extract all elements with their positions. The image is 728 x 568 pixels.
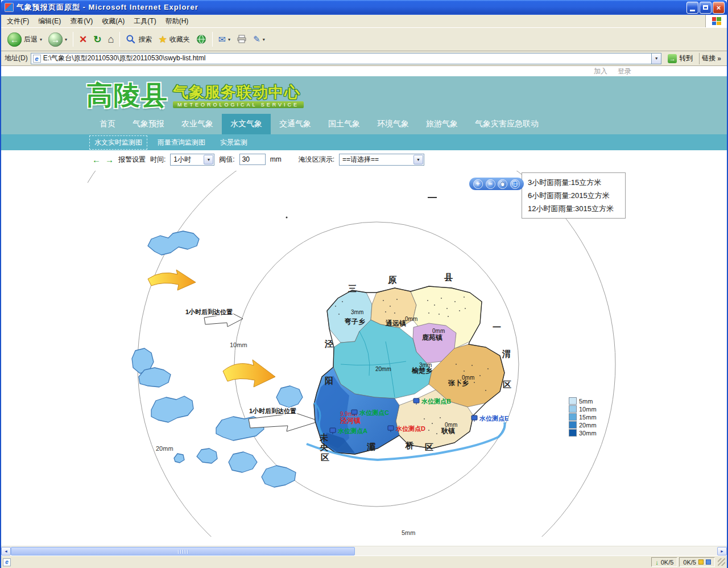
- mail-icon: ✉: [218, 34, 226, 45]
- geo-san: 三: [348, 283, 357, 293]
- legend-swatch-20mm: [569, 421, 577, 429]
- go-button[interactable]: → 转到: [664, 52, 696, 64]
- refresh-button[interactable]: ↻: [90, 32, 104, 47]
- ring-label-10mm: 10mm: [230, 341, 247, 348]
- label-gengzhen: 耿镇: [441, 427, 455, 435]
- close-button[interactable]: ×: [713, 2, 725, 14]
- nav-item-home[interactable]: 首页: [91, 114, 124, 134]
- nav-item-emergency[interactable]: 气象灾害应急联动: [466, 114, 547, 134]
- alarm-controls: ← → 报警设置 时间: 1小时 ▼ 阀值: mm 淹没区演示: ==请选择==…: [1, 150, 727, 168]
- account-strip: 加入 登录: [1, 66, 727, 76]
- stop-button[interactable]: ✕: [76, 32, 90, 47]
- back-button[interactable]: ← 后退 ▾: [5, 31, 45, 48]
- go-arrow-icon: →: [668, 54, 677, 63]
- search-icon: [126, 34, 136, 44]
- nav-item-environment[interactable]: 环境气象: [369, 114, 417, 134]
- menu-item-tools[interactable]: 工具(T): [129, 15, 160, 28]
- horizontal-scrollbar[interactable]: ◄ ►: [1, 546, 727, 555]
- maximize-button[interactable]: [700, 2, 712, 14]
- pan-hand-icon: [499, 181, 506, 187]
- edit-button[interactable]: ✎ ▾: [250, 32, 268, 46]
- legend-label-5mm: 5mm: [579, 398, 593, 405]
- rainfall-3h: 3小时面雨量:15立方米: [528, 176, 619, 189]
- rain-zhangbu: 0mm: [462, 374, 474, 381]
- forward-button[interactable]: → ▾: [46, 31, 70, 48]
- zoom-out-button[interactable]: −: [486, 179, 495, 189]
- back-label: 后退: [24, 35, 38, 44]
- history-button[interactable]: [193, 32, 209, 46]
- geo-ba: 灞: [366, 442, 375, 451]
- logo-county-text: 高陵县: [86, 82, 168, 108]
- menu-item-edit[interactable]: 编辑(E): [34, 15, 65, 28]
- nav-item-land[interactable]: 国土气象: [320, 114, 369, 134]
- subnav-item-realtime[interactable]: 水文实时监测图: [89, 135, 147, 150]
- logo-subtitle-text: METEOROLOGICAL SERVICE: [173, 101, 304, 108]
- geo-qiao: 桥: [405, 441, 414, 450]
- next-arrow-button[interactable]: →: [105, 155, 114, 164]
- search-button[interactable]: 搜索: [123, 32, 155, 46]
- subnav-item-livescene[interactable]: 实景监测: [216, 136, 252, 149]
- status-yellow-icon: [698, 559, 704, 565]
- geo-wei-river: 渭: [502, 349, 511, 359]
- threshold-input[interactable]: [239, 154, 266, 165]
- download-panel-2: 0K/5: [679, 557, 715, 567]
- login-link[interactable]: 登录: [618, 67, 631, 76]
- subnav-item-rainquery[interactable]: 雨量查询监测图: [153, 136, 210, 149]
- menu-item-file[interactable]: 文件(F): [2, 15, 34, 28]
- geo-wei2: 未: [319, 433, 329, 442]
- rainfall-legend: 5mm 10mm 15mm 20mm 30mm: [569, 397, 597, 437]
- links-label: 链接: [702, 53, 715, 63]
- nav-item-forecast[interactable]: 气象预报: [124, 114, 173, 134]
- legend-label-15mm: 15mm: [579, 414, 597, 421]
- scrollbar-thumb[interactable]: [11, 547, 355, 555]
- forward-caret-icon: ▾: [65, 37, 67, 42]
- resize-grip[interactable]: [718, 558, 725, 566]
- station-c-label: 水位测点C: [359, 409, 389, 416]
- time-select[interactable]: 1小时 ▼: [170, 154, 214, 166]
- prev-arrow-button[interactable]: ←: [92, 155, 101, 164]
- address-dropdown-button[interactable]: ▼: [651, 53, 661, 64]
- station-e[interactable]: 水位测点E: [471, 415, 508, 422]
- nav-item-agriculture[interactable]: 农业气象: [173, 114, 222, 134]
- threshold-label: 阀值:: [219, 155, 234, 164]
- full-extent-button[interactable]: [510, 179, 520, 189]
- print-button[interactable]: [234, 33, 250, 46]
- minimize-button[interactable]: [686, 2, 698, 14]
- map-tools-bar: + −: [469, 178, 524, 190]
- mail-button[interactable]: ✉ ▾: [216, 32, 233, 47]
- status-blue-icon: [706, 559, 711, 565]
- legend-swatch-15mm: [569, 413, 577, 421]
- home-button[interactable]: ⌂: [105, 32, 117, 47]
- search-label: 搜索: [138, 35, 152, 44]
- toolbar-separator: [212, 32, 213, 47]
- scroll-left-button[interactable]: ◄: [1, 547, 11, 555]
- legend-row: 30mm: [569, 429, 597, 437]
- geo-dash: 一: [493, 322, 501, 332]
- pan-button[interactable]: [498, 179, 507, 189]
- favorites-button[interactable]: ★ 收藏夹: [155, 32, 192, 47]
- windows-flag-icon: [712, 17, 721, 25]
- geo-yang: 阳: [325, 376, 333, 385]
- geo-jing: 泾: [324, 339, 333, 348]
- window-icon[interactable]: [5, 3, 14, 12]
- nav-item-hydrology[interactable]: 水文气象: [222, 114, 271, 134]
- site-masthead: 高陵县 气象服务联动中心 METEOROLOGICAL SERVICE: [1, 76, 727, 114]
- join-link[interactable]: 加入: [594, 67, 607, 76]
- links-chevron-icon: »: [717, 55, 721, 63]
- nav-item-tourism[interactable]: 旅游气象: [417, 114, 466, 134]
- download-1-value: 0K/5: [661, 559, 674, 566]
- menu-item-view[interactable]: 查看(V): [65, 15, 97, 28]
- scroll-right-button[interactable]: ►: [717, 547, 727, 555]
- menu-item-favorites[interactable]: 收藏(A): [97, 15, 129, 28]
- flood-select-arrow-icon: ▼: [413, 155, 423, 164]
- back-icon: ←: [7, 32, 22, 47]
- nav-item-traffic[interactable]: 交通气象: [271, 114, 320, 134]
- globe-icon: [512, 180, 519, 187]
- map-canvas[interactable]: 10mm 20mm 5mm: [88, 171, 628, 537]
- links-button[interactable]: 链接 »: [699, 53, 723, 64]
- flood-select[interactable]: ==请选择== ▼: [339, 154, 424, 166]
- menu-item-help[interactable]: 帮助(H): [161, 15, 193, 28]
- zoom-in-button[interactable]: +: [473, 179, 483, 189]
- edit-caret-icon: ▾: [263, 37, 265, 42]
- address-input[interactable]: [43, 55, 652, 63]
